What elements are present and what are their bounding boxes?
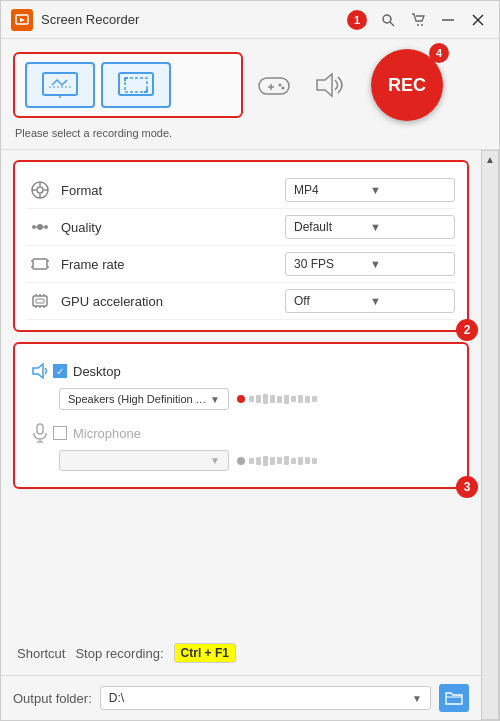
mic-vol-bar-6 — [284, 456, 289, 465]
format-label: Format — [53, 183, 285, 198]
toolbar-row: REC 4 Please select a recording mode. — [13, 49, 487, 139]
badge-4: 4 — [429, 43, 449, 63]
svg-point-23 — [282, 87, 285, 90]
mic-vol-bars — [249, 456, 317, 466]
microphone-label: Microphone — [73, 426, 455, 441]
mic-vol-bar-1 — [249, 458, 254, 464]
svg-point-5 — [421, 24, 423, 26]
vol-bar-5 — [277, 396, 282, 403]
microphone-volume-control — [237, 456, 317, 466]
framerate-value: 30 FPS — [294, 257, 370, 271]
microphone-icon — [27, 420, 53, 446]
output-folder-label: Output folder: — [13, 691, 92, 706]
svg-point-2 — [383, 15, 391, 23]
svg-point-22 — [279, 84, 282, 87]
region-mode-button[interactable] — [101, 62, 171, 108]
quality-value: Default — [294, 220, 370, 234]
cart-button[interactable] — [407, 9, 429, 31]
quality-dropdown-arrow: ▼ — [370, 221, 446, 233]
desktop-audio-icon — [27, 358, 53, 384]
badge-1: 1 — [347, 10, 367, 30]
audio-section: Desktop Speakers (High Definition A... ▼ — [13, 342, 469, 489]
toolbar-area: REC 4 Please select a recording mode. — [1, 39, 499, 150]
mic-vol-bar-4 — [270, 457, 275, 465]
svg-marker-1 — [20, 18, 25, 22]
desktop-device-select[interactable]: Speakers (High Definition A... ▼ — [59, 388, 229, 410]
desktop-device-row: Speakers (High Definition A... ▼ — [59, 388, 455, 410]
mode-placeholder: Please select a recording mode. — [15, 127, 443, 139]
gpu-icon — [27, 288, 53, 314]
framerate-select[interactable]: 30 FPS ▼ — [285, 252, 455, 276]
mode-section — [13, 52, 243, 118]
microphone-device-select[interactable]: ▼ — [59, 450, 229, 471]
app-title: Screen Recorder — [41, 12, 342, 27]
svg-point-32 — [32, 225, 36, 229]
stop-recording-label: Stop recording: — [75, 646, 163, 661]
mic-vol-bar-7 — [291, 458, 296, 464]
desktop-audio-checkbox[interactable] — [53, 364, 67, 378]
output-section: Output folder: D:\ ▼ — [1, 675, 481, 720]
desktop-volume-control — [237, 394, 317, 404]
svg-rect-19 — [259, 78, 289, 94]
audio-mode-button[interactable] — [305, 62, 355, 108]
title-controls — [377, 9, 489, 31]
minimize-button[interactable] — [437, 9, 459, 31]
format-dropdown-arrow: ▼ — [370, 184, 446, 196]
output-path-select[interactable]: D:\ ▼ — [100, 686, 431, 710]
screen-mode-button[interactable] — [25, 62, 95, 108]
framerate-label: Frame rate — [53, 257, 285, 272]
vol-bar-6 — [284, 395, 289, 404]
mic-vol-bar-9 — [305, 457, 310, 464]
badge-2: 2 — [456, 319, 478, 341]
mic-vol-bar-5 — [277, 457, 282, 464]
svg-rect-14 — [125, 78, 147, 92]
svg-rect-36 — [33, 259, 47, 269]
svg-marker-49 — [33, 364, 43, 378]
mic-vol-bar-8 — [298, 457, 303, 465]
desktop-vol-bars — [249, 394, 317, 404]
content-area: Format MP4 ▼ Quality Default ▼ — [1, 150, 481, 720]
settings-section: Format MP4 ▼ Quality Default ▼ — [13, 160, 469, 332]
game-mode-button[interactable] — [249, 62, 299, 108]
gpu-value: Off — [294, 294, 370, 308]
browse-folder-button[interactable] — [439, 684, 469, 712]
vol-bar-2 — [256, 395, 261, 403]
shortcut-key[interactable]: Ctrl + F1 — [174, 643, 236, 663]
mic-vol-dot — [237, 457, 245, 465]
svg-rect-41 — [33, 296, 47, 306]
vol-bar-9 — [305, 396, 310, 403]
rec-wrapper: REC 4 — [361, 49, 443, 121]
output-path-arrow: ▼ — [412, 693, 422, 704]
mic-vol-bar-3 — [263, 456, 268, 466]
framerate-row: Frame rate 30 FPS ▼ — [27, 246, 455, 283]
microphone-checkbox[interactable] — [53, 426, 67, 440]
quality-select[interactable]: Default ▼ — [285, 215, 455, 239]
gpu-label: GPU acceleration — [53, 294, 285, 309]
microphone-device-arrow: ▼ — [210, 455, 220, 466]
scroll-up-button[interactable]: ▲ — [481, 150, 499, 720]
close-button[interactable] — [467, 9, 489, 31]
output-path-value: D:\ — [109, 691, 124, 705]
desktop-audio-label: Desktop — [73, 364, 455, 379]
desktop-device-value: Speakers (High Definition A... — [68, 393, 208, 405]
vol-bar-10 — [312, 396, 317, 402]
framerate-icon — [27, 251, 53, 277]
format-select[interactable]: MP4 ▼ — [285, 178, 455, 202]
search-button[interactable] — [377, 9, 399, 31]
mic-vol-bar-2 — [256, 457, 261, 465]
vol-bar-3 — [263, 394, 268, 404]
badge-3: 3 — [456, 476, 478, 498]
format-row: Format MP4 ▼ — [27, 172, 455, 209]
desktop-device-arrow: ▼ — [210, 394, 220, 405]
quality-icon — [27, 214, 53, 240]
app-icon — [11, 9, 33, 31]
gpu-select[interactable]: Off ▼ — [285, 289, 455, 313]
main-area: Format MP4 ▼ Quality Default ▼ — [1, 150, 499, 720]
svg-rect-42 — [36, 299, 44, 303]
vol-bar-7 — [291, 396, 296, 402]
gpu-row: GPU acceleration Off ▼ — [27, 283, 455, 320]
quality-label: Quality — [53, 220, 285, 235]
microphone-device-row: ▼ — [59, 450, 455, 471]
svg-point-31 — [37, 224, 43, 230]
quality-row: Quality Default ▼ — [27, 209, 455, 246]
